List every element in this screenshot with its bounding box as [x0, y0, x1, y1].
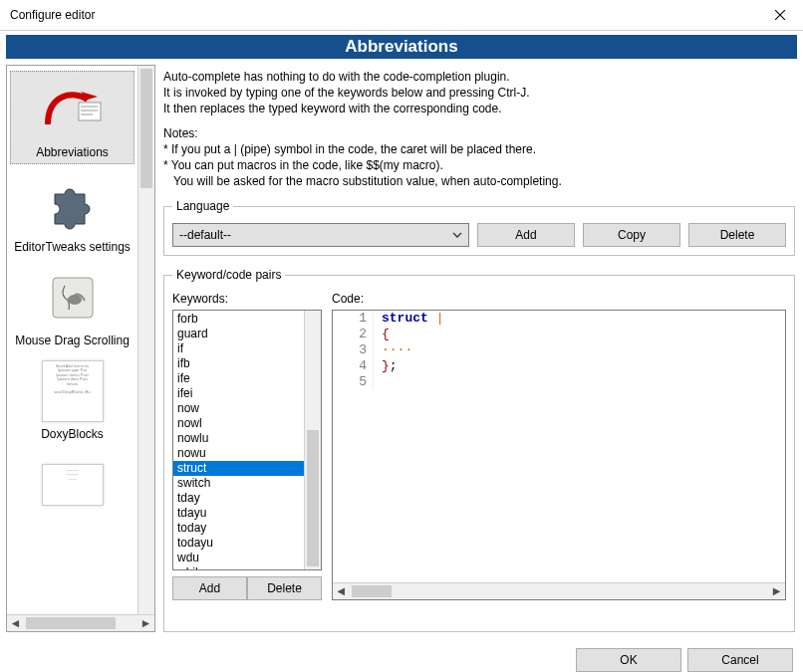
code-line: 2{	[333, 327, 785, 342]
language-group: Language --default-- Add Copy Delete	[163, 199, 795, 256]
keyword-item[interactable]: tdayu	[173, 506, 304, 521]
page-header: Abbreviations	[6, 35, 797, 59]
content: Abbreviations EditorTweaks settings	[0, 61, 803, 636]
svg-rect-3	[79, 103, 101, 120]
keyword-item[interactable]: nowl	[173, 416, 304, 431]
notes-title: Notes:	[163, 125, 791, 141]
note-line: You will be asked for the macro substitu…	[163, 173, 791, 189]
cancel-button[interactable]: Cancel	[687, 648, 793, 672]
puzzle-icon	[41, 172, 105, 236]
line-number: 3	[333, 342, 374, 358]
keyword-item[interactable]: forb	[173, 312, 304, 327]
code-line: 5	[333, 374, 785, 390]
keyword-item[interactable]: wdu	[173, 551, 304, 565]
ok-button[interactable]: OK	[576, 648, 681, 672]
main-panel: Auto-complete has nothing to do with the…	[161, 65, 797, 636]
svg-point-8	[68, 295, 82, 305]
sidebar-item-label: EditorTweaks settings	[14, 240, 131, 254]
language-selected: --default--	[179, 228, 231, 242]
scroll-right-icon[interactable]: ►	[768, 583, 785, 599]
dialog-footer: OK Cancel	[0, 640, 803, 672]
sidebar-item-editortweaks[interactable]: EditorTweaks settings	[11, 166, 134, 258]
keyword-item[interactable]: ifei	[173, 386, 304, 401]
code-line: 3····	[333, 342, 785, 358]
language-delete-button[interactable]: Delete	[688, 223, 786, 247]
keyword-item[interactable]: ifb	[173, 356, 304, 371]
code-horizontal-scrollbar[interactable]: ◄ ►	[333, 582, 785, 599]
keywords-label: Keywords:	[172, 292, 322, 306]
language-add-button[interactable]: Add	[477, 223, 575, 247]
close-button[interactable]	[757, 0, 803, 30]
window-title: Configure editor	[10, 8, 95, 22]
note-line: * You can put macros in the code, like $…	[163, 157, 791, 173]
sidebar-item-label: Abbreviations	[36, 145, 109, 159]
abbreviations-icon	[41, 78, 105, 141]
titlebar: Configure editor	[0, 0, 803, 31]
sidebar-vertical-scrollbar[interactable]	[137, 66, 154, 614]
description-text: Auto-complete has nothing to do with the…	[161, 65, 797, 191]
keyword-delete-button[interactable]: Delete	[247, 576, 322, 600]
code-line: 4};	[333, 358, 785, 374]
code-label: Code:	[332, 292, 786, 306]
desc-line: It is invoked by typing one of the keywo…	[163, 85, 791, 101]
line-number: 5	[333, 374, 374, 390]
code-text	[374, 374, 382, 390]
keywords-scrollbar[interactable]	[304, 311, 321, 569]
category-sidebar: Abbreviations EditorTweaks settings	[6, 65, 155, 632]
sidebar-item-abbreviations[interactable]: Abbreviations	[10, 71, 134, 164]
keyword-item[interactable]: switch	[173, 476, 304, 491]
keyword-item[interactable]: struct	[173, 461, 304, 476]
scroll-right-icon[interactable]: ►	[137, 615, 154, 631]
language-legend: Language	[172, 199, 233, 213]
scroll-icon	[41, 266, 105, 330]
sidebar-item-label: Mouse Drag Scrolling	[15, 334, 130, 347]
chevron-down-icon	[448, 226, 466, 244]
sidebar-item-more[interactable]: ————————	[11, 447, 134, 521]
code-editor[interactable]: 1struct |2{3····4};5 ◄ ►	[332, 310, 786, 600]
desc-line: It then replaces the typed keyword with …	[163, 101, 791, 116]
desc-line: Auto-complete has nothing to do with the…	[163, 69, 791, 85]
keywords-listbox[interactable]: forbguardififbifeifeinownowlnowlunowustr…	[172, 310, 322, 570]
keyword-item[interactable]: if	[173, 341, 304, 356]
note-line: * If you put a | (pipe) symbol in the co…	[163, 141, 791, 157]
close-icon	[775, 10, 785, 20]
keyword-item[interactable]: todayu	[173, 536, 304, 551]
keyword-add-button[interactable]: Add	[172, 576, 247, 600]
sidebar-item-mousescroll[interactable]: Mouse Drag Scrolling	[11, 260, 134, 351]
keyword-item[interactable]: ife	[173, 371, 304, 386]
line-number: 4	[333, 358, 374, 374]
code-text: {	[374, 327, 390, 342]
sidebar-item-doxyblocks[interactable]: \brief Add menu its\param type The\param…	[11, 353, 134, 445]
sidebar-horizontal-scrollbar[interactable]: ◄ ►	[7, 614, 154, 631]
code-line: 1struct |	[333, 311, 785, 327]
language-copy-button[interactable]: Copy	[583, 223, 680, 247]
scroll-left-icon[interactable]: ◄	[333, 583, 350, 599]
pairs-legend: Keyword/code pairs	[172, 268, 285, 282]
keyword-item[interactable]: nowu	[173, 446, 304, 461]
code-text: struct |	[374, 311, 443, 327]
keyword-item[interactable]: now	[173, 401, 304, 416]
keyword-item[interactable]: tday	[173, 491, 304, 506]
scroll-left-icon[interactable]: ◄	[7, 615, 24, 631]
doxyblocks-icon: \brief Add menu its\param type The\param…	[41, 359, 105, 423]
code-text: };	[374, 358, 398, 374]
keyword-item[interactable]: today	[173, 521, 304, 536]
pairs-group: Keyword/code pairs Keywords: forbguardif…	[163, 268, 795, 632]
language-combobox[interactable]: --default--	[172, 223, 469, 247]
code-text: ····	[374, 342, 412, 358]
sidebar-item-label: DoxyBlocks	[41, 427, 104, 441]
line-number: 1	[333, 311, 374, 327]
keyword-item[interactable]: guard	[173, 327, 304, 341]
line-number: 2	[333, 327, 374, 342]
keyword-item[interactable]: nowlu	[173, 431, 304, 446]
keyword-item[interactable]: while	[173, 565, 304, 569]
page-icon: ————————	[41, 453, 105, 517]
